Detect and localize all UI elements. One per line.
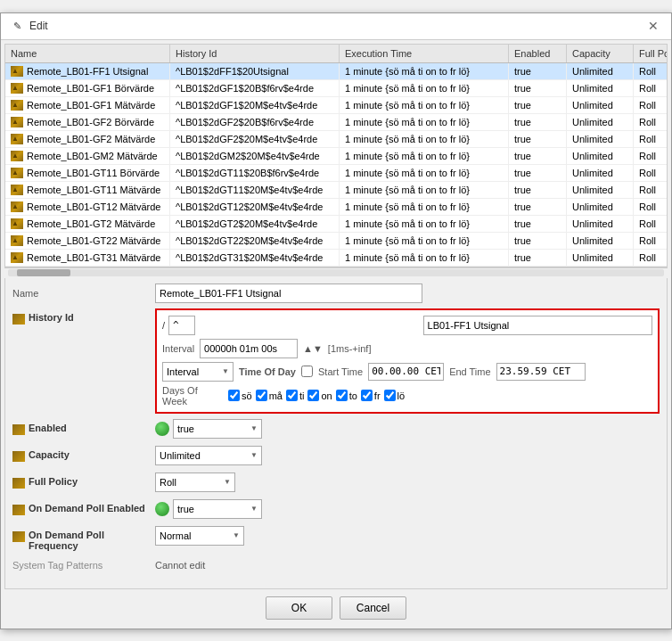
row-icon	[11, 151, 23, 161]
full-policy-row: Full Policy Roll ▼	[12, 473, 660, 494]
full-policy-dropdown[interactable]: Roll ▼	[155, 473, 235, 492]
start-time-input[interactable]	[368, 363, 444, 381]
table-row[interactable]: Remote_LB01-GF1 Börvärde ^LB01$2dGF1$20B…	[5, 80, 667, 97]
cell-enabled: true	[509, 63, 567, 79]
cell-history-id: ^LB01$2dGF1$20M$e4tv$e4rde	[170, 97, 340, 113]
cell-capacity: Unlimited	[567, 182, 634, 198]
cell-enabled: true	[509, 216, 567, 232]
on-demand-poll-icon	[12, 505, 25, 515]
day-checkbox-må[interactable]	[256, 390, 267, 401]
system-tag-value: Cannot edit	[155, 556, 205, 571]
history-id-icon	[12, 314, 25, 325]
cell-name: Remote_LB01-GF1 Mätvärde	[5, 97, 170, 113]
history-id-content: / Interval ▲▼ [1ms-+inf] Interval ▼	[155, 308, 660, 414]
table-row[interactable]: Remote_LB01-GT11 Mätvärde ^LB01$2dGT11$2…	[5, 182, 667, 199]
day-item-sö: sö	[228, 390, 252, 401]
interval-label: Interval	[162, 343, 194, 354]
cell-execution-time: 1 minute {sö må ti on to fr lö}	[340, 148, 509, 164]
cell-name: Remote_LB01-FF1 Utsignal	[5, 63, 170, 79]
cell-history-id: ^LB01$2dGT11$20M$e4tv$e4rde	[170, 182, 340, 198]
cell-history-id: ^LB01$2dGT31$20M$e4tv$e4rde	[170, 250, 340, 266]
interval-row: Interval ▲▼ [1ms-+inf]	[162, 339, 652, 358]
on-demand-poll-dropdown[interactable]: true ▼	[173, 499, 262, 519]
close-button[interactable]: ✕	[644, 17, 662, 35]
table-row[interactable]: Remote_LB01-GF2 Mätvärde ^LB01$2dGF2$20M…	[5, 131, 667, 148]
day-checkbox-sö[interactable]	[228, 390, 240, 401]
title-bar: ✎ Edit ✕	[1, 13, 671, 40]
day-item-fr: fr	[361, 390, 381, 401]
cell-execution-time: 1 minute {sö må ti on to fr lö}	[340, 182, 509, 198]
table-row[interactable]: Remote_LB01-GM2 Mätvärde ^LB01$2dGM2$20M…	[5, 148, 667, 165]
cell-full-policy: Roll	[634, 250, 667, 266]
day-item-to: to	[336, 390, 357, 401]
day-label-lö: lö	[397, 390, 406, 401]
button-row: OK Cancel	[1, 589, 671, 629]
history-id-row: History Id / Interval ▲▼ [1ms-+inf]	[12, 308, 660, 414]
history-id-row1: /	[162, 316, 652, 335]
enabled-dropdown-group: true ▼	[155, 419, 262, 439]
start-time-checkbox[interactable]	[301, 366, 313, 377]
table-row[interactable]: Remote_LB01-GF1 Mätvärde ^LB01$2dGF1$20M…	[5, 97, 667, 114]
row-icon	[11, 117, 23, 127]
capacity-row: Capacity Unlimited ▼	[12, 446, 660, 467]
cancel-button[interactable]: Cancel	[340, 596, 406, 620]
table-body: Remote_LB01-FF1 Utsignal ^LB01$2dFF1$20U…	[5, 63, 667, 267]
cell-capacity: Unlimited	[567, 233, 634, 249]
col-capacity: Capacity	[567, 45, 634, 62]
day-checkbox-lö[interactable]	[384, 390, 396, 401]
daysofweek-row: Days Of Week sömåtiontofrlö	[162, 385, 652, 407]
cell-capacity: Unlimited	[567, 199, 634, 215]
history-main-input[interactable]	[423, 316, 652, 335]
exec-type-dropdown[interactable]: Interval ▼	[162, 362, 234, 382]
table-row[interactable]: Remote_LB01-GT2 Mätvärde ^LB01$2dGT2$20M…	[5, 216, 667, 233]
time-of-day-label: Time Of Day	[239, 366, 296, 377]
day-checkbox-fr[interactable]	[361, 390, 373, 401]
cell-full-policy: Roll	[634, 131, 667, 147]
caret-input[interactable]	[168, 316, 195, 335]
day-checkbox-ti[interactable]	[286, 390, 298, 401]
col-history-id: History Id	[170, 45, 340, 62]
day-checkbox-to[interactable]	[336, 390, 348, 401]
data-table: Name History Id Execution Time Enabled C…	[4, 44, 668, 267]
row-icon	[11, 134, 23, 144]
col-full-policy: Full Polic	[634, 45, 668, 62]
table-row[interactable]: Remote_LB01-GT11 Börvärde ^LB01$2dGT11$2…	[5, 165, 667, 182]
day-checkbox-on[interactable]	[307, 390, 319, 401]
cell-enabled: true	[509, 97, 567, 113]
name-input[interactable]	[155, 284, 422, 303]
start-time-label: Start Time	[318, 366, 363, 377]
table-row[interactable]: Remote_LB01-GT22 Mätvärde ^LB01$2dGT22$2…	[5, 233, 667, 250]
cell-execution-time: 1 minute {sö må ti on to fr lö}	[340, 199, 509, 215]
on-demand-freq-icon	[12, 531, 25, 542]
cell-enabled: true	[509, 165, 567, 181]
cell-capacity: Unlimited	[567, 80, 634, 96]
interval-input[interactable]	[200, 339, 298, 358]
row-icon	[11, 66, 23, 77]
enabled-dropdown[interactable]: true ▼	[173, 419, 262, 439]
cell-full-policy: Roll	[634, 80, 667, 96]
capacity-dropdown[interactable]: Unlimited ▼	[155, 446, 262, 465]
cell-execution-time: 1 minute {sö må ti on to fr lö}	[340, 233, 509, 249]
row-icon	[11, 168, 23, 178]
on-demand-freq-dropdown[interactable]: Normal ▼	[155, 526, 244, 546]
table-row[interactable]: Remote_LB01-GF2 Börvärde ^LB01$2dGF2$20B…	[5, 114, 667, 131]
on-demand-poll-row: On Demand Poll Enabled true ▼	[12, 499, 660, 521]
ok-button[interactable]: OK	[266, 596, 332, 620]
table-header: Name History Id Execution Time Enabled C…	[5, 45, 667, 63]
end-time-input[interactable]	[496, 363, 586, 381]
cell-execution-time: 1 minute {sö må ti on to fr lö}	[340, 80, 509, 96]
table-row[interactable]: Remote_LB01-GT31 Mätvärde ^LB01$2dGT31$2…	[5, 250, 667, 267]
cell-capacity: Unlimited	[567, 165, 634, 181]
cell-full-policy: Roll	[634, 199, 667, 215]
cell-execution-time: 1 minute {sö må ti on to fr lö}	[340, 97, 509, 113]
cell-execution-time: 1 minute {sö må ti on to fr lö}	[340, 63, 509, 79]
cell-full-policy: Roll	[634, 233, 667, 249]
horizontal-scrollbar[interactable]	[4, 267, 668, 278]
cell-full-policy: Roll	[634, 63, 667, 79]
table-row[interactable]: Remote_LB01-GT12 Mätvärde ^LB01$2dGT12$2…	[5, 199, 667, 216]
cell-history-id: ^LB01$2dGT22$20M$e4tv$e4rde	[170, 233, 340, 249]
cell-execution-time: 1 minute {sö må ti on to fr lö}	[340, 250, 509, 266]
table-row[interactable]: Remote_LB01-FF1 Utsignal ^LB01$2dFF1$20U…	[5, 63, 667, 80]
cell-execution-time: 1 minute {sö må ti on to fr lö}	[340, 114, 509, 130]
exec-type-arrow: ▼	[222, 367, 229, 375]
